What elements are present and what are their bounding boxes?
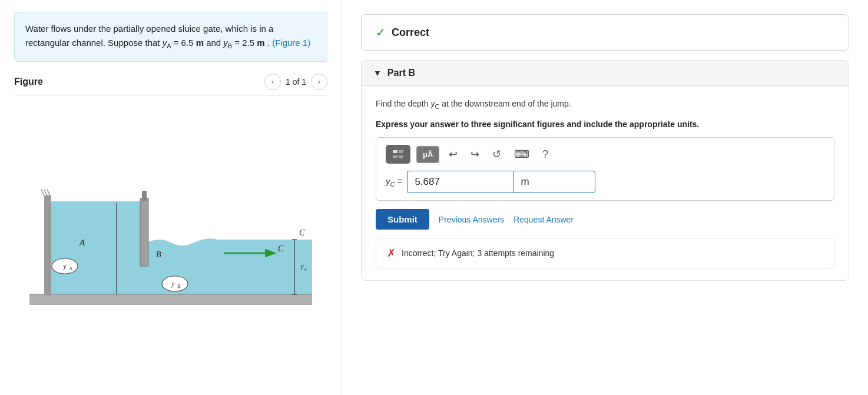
- svg-rect-30: [399, 155, 403, 158]
- problem-text-2: and: [204, 38, 223, 48]
- fraction-icon: [392, 148, 405, 160]
- part-b-title: Part B: [387, 68, 415, 78]
- error-banner: ✗ Incorrect; Try Again; 3 attempts remai…: [376, 238, 834, 268]
- instruction-line: Find the depth yC at the downstream end …: [376, 98, 834, 111]
- previous-answers-link[interactable]: Previous Answers: [439, 215, 504, 224]
- error-x-icon: ✗: [387, 247, 396, 260]
- yb-unit: m: [257, 38, 264, 48]
- instruction-text-1: Find the depth: [376, 99, 430, 108]
- figure-next-button[interactable]: ›: [311, 74, 327, 90]
- figure-divider: [14, 95, 327, 95]
- svg-text:B: B: [177, 283, 181, 289]
- answer-label: yC =: [386, 176, 402, 188]
- svg-text:y: y: [299, 261, 304, 270]
- svg-text:C: C: [299, 228, 305, 237]
- svg-rect-1: [29, 294, 312, 305]
- svg-rect-0: [47, 201, 147, 296]
- toolbar-help-button[interactable]: ?: [539, 146, 552, 163]
- svg-rect-29: [393, 155, 397, 158]
- ya-subscript: A: [167, 42, 171, 49]
- toolbar-undo-button[interactable]: ↩: [445, 145, 461, 163]
- toolbar-refresh-button[interactable]: ↺: [489, 145, 505, 163]
- problem-statement: Water flows under the partially opened s…: [14, 12, 327, 62]
- svg-text:A: A: [79, 238, 85, 247]
- answer-row: yC =: [386, 171, 824, 193]
- diagram-svg: A y A B y B C y c: [29, 166, 312, 319]
- right-panel: ✓ Correct ▼ Part B Find the depth yC at …: [342, 0, 868, 395]
- toolbar-mu-button[interactable]: μÅ: [416, 146, 439, 163]
- answer-yc-var: y: [386, 176, 390, 186]
- problem-text-3: .: [265, 38, 273, 48]
- part-b-section: ▼ Part B Find the depth yC at the downst…: [361, 60, 849, 281]
- ya-value: = 6.5: [171, 38, 196, 48]
- toolbar-keyboard-button[interactable]: ⌨: [511, 145, 533, 163]
- figure-prev-button[interactable]: ‹: [264, 74, 281, 90]
- figure-nav: ‹ 1 of 1 ›: [264, 74, 327, 90]
- figure-link[interactable]: (Figure 1): [272, 38, 310, 48]
- error-text: Incorrect; Try Again; 3 attempts remaini…: [402, 248, 554, 258]
- figure-counter: 1 of 1: [286, 77, 306, 87]
- svg-point-15: [162, 276, 188, 291]
- correct-label: Correct: [392, 26, 429, 39]
- request-answer-link[interactable]: Request Answer: [513, 215, 574, 224]
- correct-check-icon: ✓: [376, 25, 386, 39]
- svg-rect-3: [44, 195, 51, 296]
- left-panel: Water flows under the partially opened s…: [0, 0, 342, 395]
- svg-text:y: y: [171, 280, 175, 288]
- svg-rect-27: [393, 150, 397, 153]
- answer-eq: =: [395, 176, 402, 186]
- figure-area: A y A B y B C y c: [14, 102, 327, 383]
- yb-value: = 2.5: [232, 38, 257, 48]
- svg-text:c: c: [304, 266, 307, 272]
- svg-text:y: y: [62, 262, 67, 270]
- svg-rect-7: [140, 198, 148, 266]
- math-input-container: μÅ ↩ ↪ ↺ ⌨ ? yC =: [376, 137, 834, 201]
- instruction-bold: Express your answer to three significant…: [376, 120, 834, 129]
- figure-header: Figure ‹ 1 of 1 ›: [14, 74, 327, 90]
- instruction-text-end: at the downstream end of the jump.: [439, 99, 571, 108]
- answer-unit-input[interactable]: [513, 171, 595, 193]
- yb-variable: y: [223, 38, 228, 48]
- part-b-arrow-icon: ▼: [373, 68, 382, 78]
- figure-title: Figure: [14, 77, 43, 87]
- submit-button[interactable]: Submit: [376, 209, 429, 230]
- toolbar-redo-button[interactable]: ↪: [467, 145, 483, 163]
- answer-value-input[interactable]: [407, 171, 513, 193]
- svg-line-5: [44, 190, 47, 195]
- svg-rect-28: [399, 150, 403, 153]
- svg-line-4: [41, 190, 44, 195]
- part-b-header[interactable]: ▼ Part B: [362, 61, 849, 86]
- submit-row: Submit Previous Answers Request Answer: [376, 209, 834, 230]
- correct-banner: ✓ Correct: [361, 14, 849, 51]
- part-b-body: Find the depth yC at the downstream end …: [362, 86, 849, 280]
- toolbar-fraction-button[interactable]: [386, 145, 410, 164]
- ya-unit: m: [196, 38, 204, 48]
- svg-text:B: B: [156, 250, 161, 259]
- svg-line-6: [47, 190, 50, 195]
- svg-rect-8: [142, 191, 147, 201]
- toolbar-fraction-group: [386, 145, 410, 164]
- svg-text:A: A: [69, 265, 73, 271]
- math-toolbar: μÅ ↩ ↪ ↺ ⌨ ?: [386, 145, 824, 164]
- svg-text:C: C: [278, 244, 284, 253]
